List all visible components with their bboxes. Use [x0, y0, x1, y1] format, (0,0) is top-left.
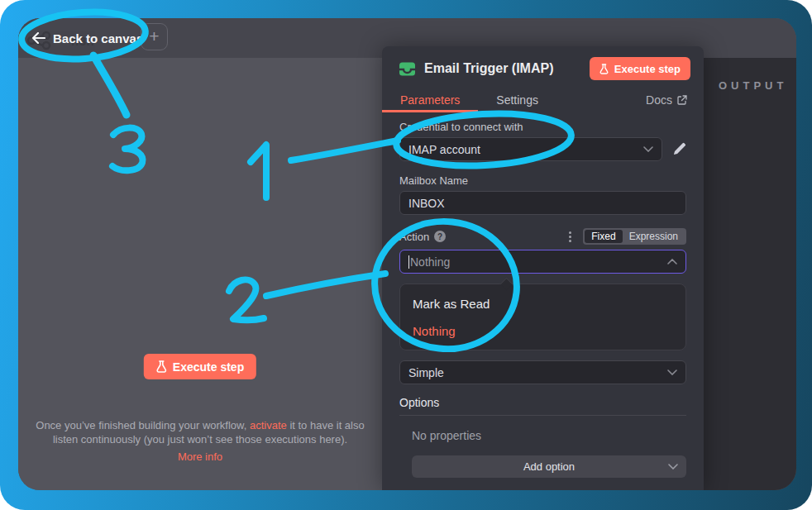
credential-label: Credential to connect with: [399, 121, 686, 133]
options-divider: [399, 415, 686, 416]
execute-step-label: Execute step: [614, 63, 681, 75]
action-value: Nothing: [408, 255, 450, 269]
docs-label: Docs: [646, 93, 672, 107]
tab-settings[interactable]: Settings: [478, 87, 556, 112]
credential-select[interactable]: IMAP account: [399, 137, 662, 161]
external-link-icon: [677, 95, 687, 105]
toggle-fixed[interactable]: Fixed: [585, 230, 622, 243]
input-canvas-area: Execute step Once you’ve finished buildi…: [18, 58, 382, 490]
arrow-left-icon: [31, 32, 45, 44]
parameter-options-menu-icon[interactable]: [567, 230, 573, 244]
mailbox-label: Mailbox Name: [399, 174, 686, 187]
format-select[interactable]: Simple: [399, 360, 686, 384]
edit-pencil-icon[interactable]: [672, 142, 686, 156]
tab-parameters[interactable]: Parameters: [382, 87, 478, 112]
add-option-button[interactable]: Add option: [412, 455, 686, 478]
new-tab-button[interactable]: +: [141, 23, 168, 50]
chevron-up-icon: [667, 259, 677, 265]
back-to-canvas-button[interactable]: Back to canvas: [31, 25, 143, 51]
screenshot-frame: n8n Back to canvas + Execute step Once y…: [0, 0, 812, 510]
chevron-down-icon: [667, 369, 677, 375]
action-select[interactable]: Nothing: [399, 250, 686, 274]
add-option-label: Add option: [523, 460, 575, 473]
email-inbox-icon: [399, 61, 416, 77]
activation-note: Once you’ve finished building your workf…: [22, 418, 378, 464]
no-properties-text: No properties: [412, 429, 686, 442]
options-section-label: Options: [399, 396, 686, 409]
execute-step-button-canvas[interactable]: Execute step: [144, 354, 256, 379]
output-panel: OUTPUT: [704, 58, 796, 490]
fixed-expression-toggle: Fixed Expression: [583, 228, 686, 245]
dropdown-option-nothing[interactable]: Nothing: [400, 317, 685, 345]
parameters-form: Credential to connect with IMAP account …: [382, 112, 704, 478]
credential-value: IMAP account: [408, 143, 480, 156]
dropdown-option-mark-as-read[interactable]: Mark as Read: [400, 290, 685, 317]
mailbox-value: INBOX: [408, 197, 445, 210]
panel-tabs: Parameters Settings Docs: [382, 87, 704, 112]
mailbox-input[interactable]: INBOX: [399, 191, 686, 215]
output-panel-label: OUTPUT: [719, 79, 787, 92]
action-label-row: Action ?: [399, 231, 446, 243]
chevron-down-icon: [643, 146, 653, 152]
chevron-down-icon: [668, 464, 678, 469]
docs-link[interactable]: Docs: [629, 87, 704, 112]
back-to-canvas-label: Back to canvas: [53, 31, 143, 45]
flask-icon: [599, 64, 609, 74]
action-label: Action: [399, 231, 429, 243]
format-value: Simple: [408, 366, 444, 379]
activate-link[interactable]: activate: [250, 419, 287, 431]
toggle-expression[interactable]: Expression: [623, 230, 685, 243]
text-cursor: [408, 255, 409, 269]
note-text: Once you’ve finished building your workf…: [36, 419, 250, 431]
node-settings-panel: Email Trigger (IMAP) Execute step Parame…: [382, 46, 704, 490]
node-title: Email Trigger (IMAP): [424, 61, 590, 76]
more-info-link[interactable]: More info: [22, 450, 378, 464]
action-dropdown-popover: Mark as Read Nothing: [399, 284, 686, 350]
help-icon[interactable]: ?: [434, 231, 446, 242]
execute-step-button-panel[interactable]: Execute step: [590, 57, 690, 80]
panel-header: Email Trigger (IMAP) Execute step: [382, 46, 704, 83]
execute-step-label: Execute step: [173, 360, 244, 374]
flask-icon: [156, 360, 167, 373]
n8n-app-window: n8n Back to canvas + Execute step Once y…: [18, 18, 796, 490]
